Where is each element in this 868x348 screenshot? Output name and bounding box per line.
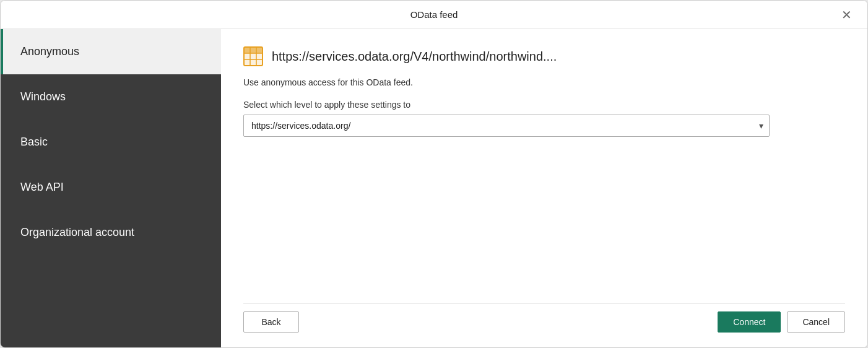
dialog-body: Anonymous Windows Basic Web API Organiza… — [1, 29, 867, 347]
feed-url-row: https://services.odata.org/V4/northwind/… — [243, 46, 845, 66]
sidebar-item-windows-label: Windows — [20, 90, 66, 103]
sidebar-item-windows[interactable]: Windows — [1, 74, 221, 120]
footer-right: Connect Cancel — [718, 311, 845, 333]
back-button[interactable]: Back — [243, 311, 299, 333]
cancel-button[interactable]: Cancel — [787, 311, 845, 333]
sidebar-item-anonymous-label: Anonymous — [20, 45, 79, 58]
sidebar: Anonymous Windows Basic Web API Organiza… — [1, 29, 221, 347]
dialog-title: OData feed — [410, 9, 458, 20]
sidebar-item-org-account-label: Organizational account — [20, 226, 134, 238]
svg-rect-6 — [244, 47, 263, 53]
sidebar-item-org-account[interactable]: Organizational account — [1, 210, 221, 255]
sidebar-item-web-api[interactable]: Web API — [1, 165, 221, 210]
odata-table-icon — [243, 46, 263, 66]
sidebar-item-basic-label: Basic — [20, 136, 48, 148]
close-button[interactable]: ✕ — [836, 5, 856, 25]
feed-url-text: https://services.odata.org/V4/northwind/… — [272, 50, 557, 64]
level-label: Select which level to apply these settin… — [243, 100, 845, 110]
sidebar-item-web-api-label: Web API — [20, 181, 64, 193]
level-select[interactable]: https://services.odata.org/ https://serv… — [243, 115, 770, 137]
footer: Back Connect Cancel — [243, 303, 845, 333]
dialog-header: OData feed ✕ — [1, 1, 867, 29]
sidebar-item-basic[interactable]: Basic — [1, 120, 221, 165]
description-text: Use anonymous access for this OData feed… — [243, 77, 845, 87]
level-select-wrapper: https://services.odata.org/ https://serv… — [243, 115, 770, 137]
odata-feed-dialog: OData feed ✕ Anonymous Windows Basic Web… — [0, 0, 868, 348]
spacer — [243, 137, 845, 298]
sidebar-item-anonymous[interactable]: Anonymous — [1, 29, 221, 74]
connect-button[interactable]: Connect — [718, 311, 781, 333]
main-content: https://services.odata.org/V4/northwind/… — [221, 29, 867, 347]
footer-left: Back — [243, 311, 299, 333]
